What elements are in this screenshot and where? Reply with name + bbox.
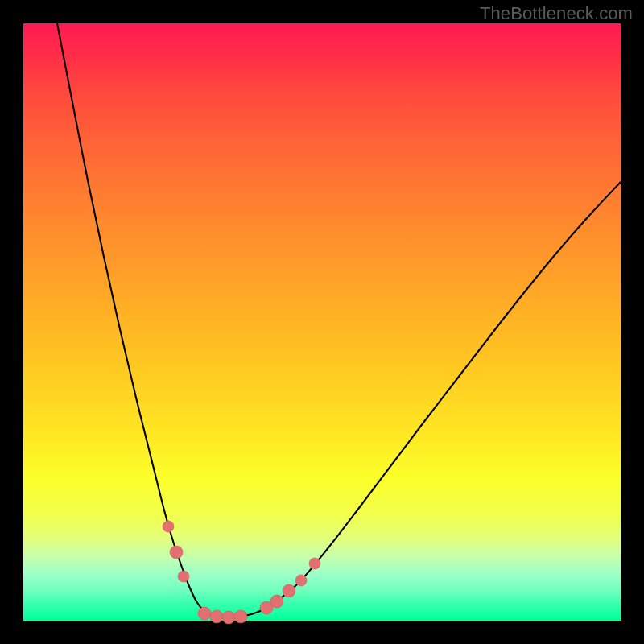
curve-marker <box>178 571 189 582</box>
curve-marker <box>309 558 320 569</box>
curve-marker <box>222 611 235 624</box>
curve-marker <box>270 595 283 608</box>
chart-frame: TheBottleneck.com <box>0 0 644 644</box>
curve-marker <box>163 521 174 532</box>
curve-svg <box>23 23 621 621</box>
curve-marker <box>198 607 211 620</box>
curve-marker <box>283 584 295 597</box>
curve-marker <box>210 610 223 623</box>
curve-marker <box>170 546 183 559</box>
plot-area <box>23 23 621 621</box>
bottleneck-curve <box>57 23 621 617</box>
curve-marker <box>295 575 307 586</box>
curve-markers <box>163 521 320 624</box>
watermark-text: TheBottleneck.com <box>480 3 633 24</box>
curve-marker <box>234 610 247 623</box>
